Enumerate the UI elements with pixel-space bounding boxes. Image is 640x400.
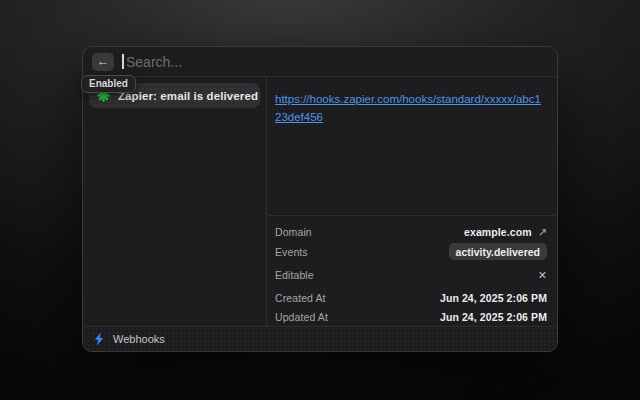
detail-row-editable: Editable ✕ — [275, 267, 547, 283]
updated-at-value: Jun 24, 2025 2:06 PM — [440, 311, 547, 323]
list-item-label: Zapier: email is delivered — [118, 90, 258, 102]
field-label: Events — [275, 246, 308, 258]
desktop-background: { "colors": { "accent_green": "#27c840",… — [0, 0, 640, 400]
command-palette-window: Enabled ← Z — [82, 46, 558, 352]
enabled-tooltip-label: Enabled — [89, 78, 128, 89]
domain-value: example.com ↗ — [464, 226, 547, 239]
zap-bolt-icon — [93, 332, 105, 346]
results-list: Zapier: email is delivered — [83, 77, 267, 326]
text-caret — [122, 54, 124, 69]
footer-bar: Webhooks — [83, 326, 557, 351]
window-body: Zapier: email is delivered https://hooks… — [83, 77, 557, 326]
field-label: Editable — [275, 269, 314, 281]
search-input[interactable] — [122, 54, 548, 70]
detail-row-events: Events activity.delivered — [275, 243, 547, 260]
field-label: Created At — [275, 292, 326, 304]
external-link-icon[interactable]: ↗ — [538, 226, 547, 239]
footer-extension-name: Webhooks — [113, 333, 165, 345]
domain-text: example.com — [464, 226, 532, 238]
field-label: Domain — [275, 226, 312, 238]
detail-panel: https://hooks.zapier.com/hooks/standard/… — [267, 77, 557, 326]
detail-row-updated-at: Updated At Jun 24, 2025 2:06 PM — [275, 309, 547, 325]
search-bar: ← — [83, 47, 557, 77]
cross-icon: ✕ — [538, 269, 547, 282]
back-button[interactable]: ← — [92, 53, 114, 71]
created-at-value: Jun 24, 2025 2:06 PM — [440, 292, 547, 304]
arrow-left-icon: ← — [97, 53, 109, 70]
event-badge: activity.delivered — [449, 243, 547, 260]
enabled-tooltip: Enabled — [81, 75, 136, 93]
webhook-url-link[interactable]: https://hooks.zapier.com/hooks/standard/… — [275, 93, 541, 123]
detail-row-domain: Domain example.com ↗ — [275, 224, 547, 240]
metadata-section: Domain example.com ↗ Events activity.del… — [267, 216, 557, 328]
detail-row-created-at: Created At Jun 24, 2025 2:06 PM — [275, 290, 547, 306]
webhook-url-area: https://hooks.zapier.com/hooks/standard/… — [267, 77, 557, 216]
search-field — [122, 47, 548, 76]
field-label: Updated At — [275, 311, 328, 323]
